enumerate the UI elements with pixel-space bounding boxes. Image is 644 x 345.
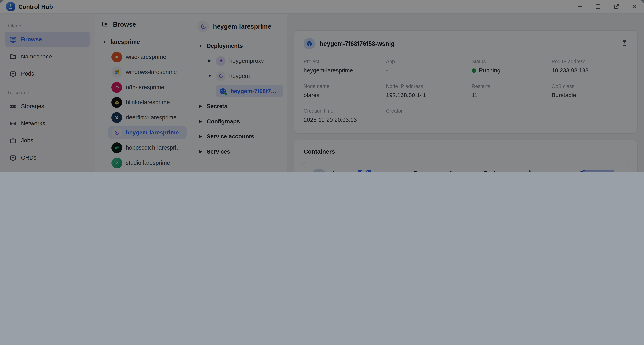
tree-node-app[interactable]: hoppscotch-larespri… xyxy=(108,141,187,154)
left-nav: Olares Browse Namespace Pods Resource St… xyxy=(0,14,95,172)
deployments-children: heygemproxy heygem heygem-7f68f76f… xyxy=(200,54,283,98)
field-node-name: Node name olares xyxy=(304,84,386,98)
nav-section-resource: Resource xyxy=(8,90,87,96)
container-restarts: 0 Restarts xyxy=(449,170,484,172)
studio-app-icon xyxy=(112,158,122,168)
jobs-icon xyxy=(9,137,17,144)
titlebar: Control Hub xyxy=(0,0,644,14)
sidebar-item-browse[interactable]: Browse xyxy=(5,32,90,47)
field-creator: Creator - xyxy=(386,108,472,123)
networks-icon xyxy=(9,120,17,127)
field-status: Status Running xyxy=(472,59,552,74)
tree-node-heygem[interactable]: heygem xyxy=(204,70,283,82)
running-dot xyxy=(224,92,228,96)
field-qos: QoS class Burstable xyxy=(552,84,628,98)
pods-cube-icon xyxy=(9,70,17,78)
tree-node-app[interactable]: ollama-laresprime xyxy=(108,172,187,172)
tree-node-app-selected[interactable]: heygem-laresprime xyxy=(108,126,187,139)
tree-node-app[interactable]: windows-laresprime xyxy=(108,66,187,78)
tree-node-laresprime[interactable]: laresprime xyxy=(99,36,187,48)
field-app: App - xyxy=(386,59,472,74)
tree-node-app[interactable]: studio-laresprime xyxy=(108,156,187,169)
maximize-button[interactable] xyxy=(595,4,601,10)
container-terminal-icon[interactable] xyxy=(366,169,372,172)
tree-node-app[interactable]: wise-laresprime xyxy=(108,50,187,63)
memory-sparkline: Memory 1.69 Gi xyxy=(576,168,621,172)
tree-node-secrets[interactable]: Secrets xyxy=(195,100,283,112)
workloads-panel-header: heygem-laresprime xyxy=(198,21,280,32)
container-status: Running Status xyxy=(413,170,449,172)
window-title: Control Hub xyxy=(18,3,53,10)
caret-down-icon[interactable] xyxy=(102,40,107,44)
nav-section-olares: Olares xyxy=(8,23,87,29)
blinko-app-icon xyxy=(112,97,122,108)
caret-right-icon[interactable] xyxy=(198,134,203,138)
laresprime-children: wise-laresprime windows-laresprime n8n-l… xyxy=(105,50,187,172)
tree-node-app[interactable]: blinko-laresprime xyxy=(108,96,187,109)
sidebar-item-crds[interactable]: CRDs xyxy=(5,150,90,165)
tree-node-pod-selected[interactable]: heygem-7f68f76f… xyxy=(216,85,283,98)
browse-panel-header: Browse xyxy=(102,21,184,28)
sidebar-item-namespace[interactable]: Namespace xyxy=(5,49,90,64)
field-restarts: Restarts 11 xyxy=(472,84,552,98)
caret-right-icon[interactable] xyxy=(198,104,203,108)
pod-icon xyxy=(304,38,315,49)
field-node-ip: Node IP address 192.168.50.141 xyxy=(386,84,472,98)
status-dot xyxy=(472,68,476,72)
field-pod-ip: Pod IP address 10.233.98.188 xyxy=(552,59,628,74)
containers-card: Containers heygem Image: guiji2025/ xyxy=(294,140,638,172)
crds-cube-icon xyxy=(9,154,17,161)
tree-node-services[interactable]: Services xyxy=(195,145,283,158)
main-content: heygem-7f68f76f58-wsnlg Project heygem-l… xyxy=(287,14,644,172)
caret-right-icon[interactable] xyxy=(198,150,203,154)
storages-icon xyxy=(9,102,17,110)
heygem-app-icon xyxy=(112,127,122,138)
cpu-sparkline: Cpu 0.03 core xyxy=(518,168,576,172)
wise-app-icon xyxy=(112,52,122,62)
field-project: Project heygem-laresprime xyxy=(304,59,386,74)
caret-down-icon[interactable] xyxy=(198,44,203,48)
n8n-app-icon xyxy=(112,82,122,92)
pod-title: heygem-7f68f76f58-wsnlg xyxy=(320,40,395,47)
windows-app-icon xyxy=(112,67,122,78)
minimize-button[interactable] xyxy=(577,4,583,10)
caret-right-icon[interactable] xyxy=(198,120,203,123)
field-creation-time: Creation time 2025-11-20 20:03:13 xyxy=(304,108,386,123)
tree-node-service-accounts[interactable]: Service accounts xyxy=(195,130,283,143)
app-logo-icon xyxy=(6,2,15,11)
sidebar-item-storages[interactable]: Storages xyxy=(5,99,90,114)
pod-cube-icon xyxy=(219,87,227,95)
sidebar-item-jobs[interactable]: Jobs xyxy=(5,133,90,148)
browse-panel: Browse laresprime wise-laresprime window… xyxy=(95,14,191,172)
container-port: Port 8080/TCP xyxy=(484,170,518,172)
pod-details-card: heygem-7f68f76f58-wsnlg Project heygem-l… xyxy=(294,30,638,134)
container-logs-icon[interactable] xyxy=(358,169,363,172)
browse-icon xyxy=(9,36,17,43)
sidebar-item-networks[interactable]: Networks xyxy=(5,116,90,131)
tree-node-app[interactable]: deerflow-laresprime xyxy=(108,111,187,124)
sidebar-item-pods[interactable]: Pods xyxy=(5,66,90,81)
container-row[interactable]: heygem Image: guiji2025/fish-speech-zimi… xyxy=(302,162,629,172)
docker-icon xyxy=(310,168,327,172)
popout-button[interactable] xyxy=(613,4,619,10)
browse-icon xyxy=(102,21,109,28)
tree-node-configmaps[interactable]: Configmaps xyxy=(195,115,283,128)
heygem-app-icon xyxy=(198,21,209,32)
tree-node-heygemproxy[interactable]: heygemproxy xyxy=(204,54,283,67)
caret-right-icon[interactable] xyxy=(207,59,212,63)
namespace-icon xyxy=(9,53,17,60)
tree-node-app[interactable]: n8n-laresprime xyxy=(108,81,187,94)
pod-fields: Project heygem-laresprime App - Status R… xyxy=(304,59,628,123)
close-button[interactable] xyxy=(632,4,638,10)
deerflow-app-icon xyxy=(112,112,122,123)
containers-title: Containers xyxy=(304,148,628,155)
deployment-icon xyxy=(216,56,226,66)
workloads-panel: heygem-laresprime Deployments heygemprox… xyxy=(191,14,287,172)
caret-down-icon[interactable] xyxy=(207,74,212,78)
control-hub-window: Control Hub Olares Browse Namespace xyxy=(0,0,644,172)
heygem-deployment-icon xyxy=(216,71,226,81)
tree-node-deployments[interactable]: Deployments xyxy=(195,40,283,52)
app-root: Control Hub Olares Browse Namespace xyxy=(0,0,644,172)
hoppscotch-app-icon xyxy=(112,142,122,153)
monitor-icon[interactable] xyxy=(621,40,628,48)
